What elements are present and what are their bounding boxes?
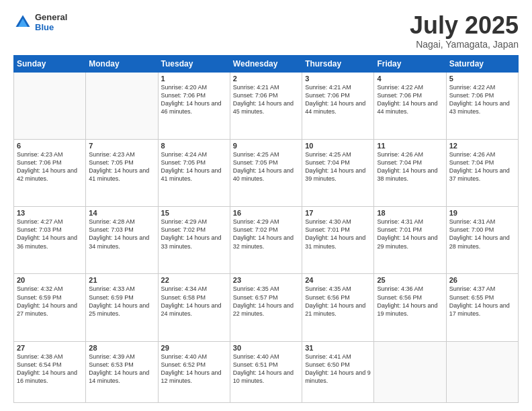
day-number: 25 — [377, 276, 443, 284]
table-row: 19Sunrise: 4:31 AM Sunset: 7:00 PM Dayli… — [446, 207, 518, 274]
table-row: 15Sunrise: 4:29 AM Sunset: 7:02 PM Dayli… — [158, 207, 230, 274]
table-row: 27Sunrise: 4:38 AM Sunset: 6:54 PM Dayli… — [14, 341, 86, 402]
logo-blue: Blue — [35, 22, 67, 32]
day-number: 30 — [233, 344, 299, 352]
day-content: Sunrise: 4:39 AM Sunset: 6:53 PM Dayligh… — [89, 353, 154, 385]
table-row: 22Sunrise: 4:34 AM Sunset: 6:58 PM Dayli… — [158, 274, 230, 341]
table-row: 13Sunrise: 4:27 AM Sunset: 7:03 PM Dayli… — [14, 207, 86, 274]
day-number: 5 — [449, 75, 515, 83]
day-number: 21 — [89, 276, 154, 284]
day-content: Sunrise: 4:37 AM Sunset: 6:55 PM Dayligh… — [449, 285, 515, 318]
day-content: Sunrise: 4:21 AM Sunset: 7:06 PM Dayligh… — [233, 83, 299, 116]
day-content: Sunrise: 4:32 AM Sunset: 6:59 PM Dayligh… — [17, 285, 83, 318]
logo-text: General Blue — [35, 12, 67, 32]
day-content: Sunrise: 4:30 AM Sunset: 7:01 PM Dayligh… — [305, 218, 371, 250]
table-row: 1Sunrise: 4:20 AM Sunset: 7:06 PM Daylig… — [158, 72, 230, 139]
table-row: 10Sunrise: 4:25 AM Sunset: 7:04 PM Dayli… — [302, 139, 374, 206]
table-row — [374, 341, 446, 402]
table-row: 17Sunrise: 4:30 AM Sunset: 7:01 PM Dayli… — [302, 207, 374, 274]
day-content: Sunrise: 4:40 AM Sunset: 6:52 PM Dayligh… — [161, 353, 227, 385]
table-row: 31Sunrise: 4:41 AM Sunset: 6:50 PM Dayli… — [302, 341, 374, 402]
table-row: 2Sunrise: 4:21 AM Sunset: 7:06 PM Daylig… — [230, 72, 302, 139]
table-row: 24Sunrise: 4:35 AM Sunset: 6:56 PM Dayli… — [302, 274, 374, 341]
location: Nagai, Yamagata, Japan — [410, 39, 519, 50]
day-content: Sunrise: 4:40 AM Sunset: 6:51 PM Dayligh… — [233, 353, 299, 385]
day-number: 9 — [233, 142, 299, 150]
day-content: Sunrise: 4:27 AM Sunset: 7:03 PM Dayligh… — [17, 218, 83, 250]
day-number: 10 — [305, 142, 371, 150]
day-content: Sunrise: 4:20 AM Sunset: 7:06 PM Dayligh… — [161, 83, 227, 116]
month-title: July 2025 — [410, 12, 519, 39]
day-content: Sunrise: 4:29 AM Sunset: 7:02 PM Dayligh… — [233, 218, 299, 250]
week-row-3: 13Sunrise: 4:27 AM Sunset: 7:03 PM Dayli… — [14, 207, 519, 274]
table-row: 7Sunrise: 4:23 AM Sunset: 7:05 PM Daylig… — [86, 139, 158, 206]
day-number: 3 — [305, 75, 371, 83]
table-row: 29Sunrise: 4:40 AM Sunset: 6:52 PM Dayli… — [158, 341, 230, 402]
table-row: 5Sunrise: 4:22 AM Sunset: 7:06 PM Daylig… — [446, 72, 518, 139]
table-row: 11Sunrise: 4:26 AM Sunset: 7:04 PM Dayli… — [374, 139, 446, 206]
table-row: 12Sunrise: 4:26 AM Sunset: 7:04 PM Dayli… — [446, 139, 518, 206]
col-wednesday: Wednesday — [230, 55, 302, 72]
table-row: 20Sunrise: 4:32 AM Sunset: 6:59 PM Dayli… — [14, 274, 86, 341]
col-friday: Friday — [374, 55, 446, 72]
day-number: 4 — [377, 75, 443, 83]
day-content: Sunrise: 4:25 AM Sunset: 7:05 PM Dayligh… — [233, 150, 299, 183]
week-row-5: 27Sunrise: 4:38 AM Sunset: 6:54 PM Dayli… — [14, 341, 519, 402]
day-content: Sunrise: 4:26 AM Sunset: 7:04 PM Dayligh… — [377, 150, 443, 183]
day-content: Sunrise: 4:34 AM Sunset: 6:58 PM Dayligh… — [161, 285, 227, 318]
day-content: Sunrise: 4:35 AM Sunset: 6:57 PM Dayligh… — [233, 285, 299, 318]
day-number: 26 — [449, 276, 515, 284]
day-content: Sunrise: 4:25 AM Sunset: 7:04 PM Dayligh… — [305, 150, 371, 183]
table-row: 3Sunrise: 4:21 AM Sunset: 7:06 PM Daylig… — [302, 72, 374, 139]
page: General Blue July 2025 Nagai, Yamagata, … — [0, 0, 532, 411]
header: General Blue July 2025 Nagai, Yamagata, … — [13, 12, 519, 50]
table-row — [86, 72, 158, 139]
day-content: Sunrise: 4:22 AM Sunset: 7:06 PM Dayligh… — [377, 83, 443, 116]
day-number: 6 — [17, 142, 83, 150]
calendar-header-row: Sunday Monday Tuesday Wednesday Thursday… — [14, 55, 519, 72]
day-number: 29 — [161, 344, 227, 352]
table-row: 16Sunrise: 4:29 AM Sunset: 7:02 PM Dayli… — [230, 207, 302, 274]
day-number: 1 — [161, 75, 227, 83]
day-content: Sunrise: 4:29 AM Sunset: 7:02 PM Dayligh… — [161, 218, 227, 250]
table-row: 23Sunrise: 4:35 AM Sunset: 6:57 PM Dayli… — [230, 274, 302, 341]
day-number: 11 — [377, 142, 443, 150]
col-sunday: Sunday — [14, 55, 86, 72]
logo-icon — [13, 13, 32, 32]
table-row: 26Sunrise: 4:37 AM Sunset: 6:55 PM Dayli… — [446, 274, 518, 341]
day-number: 13 — [17, 209, 83, 217]
day-number: 16 — [233, 209, 299, 217]
title-block: July 2025 Nagai, Yamagata, Japan — [410, 12, 519, 50]
table-row: 30Sunrise: 4:40 AM Sunset: 6:51 PM Dayli… — [230, 341, 302, 402]
day-number: 17 — [305, 209, 371, 217]
calendar-table: Sunday Monday Tuesday Wednesday Thursday… — [13, 55, 519, 403]
table-row: 18Sunrise: 4:31 AM Sunset: 7:01 PM Dayli… — [374, 207, 446, 274]
table-row: 4Sunrise: 4:22 AM Sunset: 7:06 PM Daylig… — [374, 72, 446, 139]
table-row: 28Sunrise: 4:39 AM Sunset: 6:53 PM Dayli… — [86, 341, 158, 402]
day-number: 24 — [305, 276, 371, 284]
week-row-2: 6Sunrise: 4:23 AM Sunset: 7:06 PM Daylig… — [14, 139, 519, 206]
day-content: Sunrise: 4:36 AM Sunset: 6:56 PM Dayligh… — [377, 285, 443, 318]
col-thursday: Thursday — [302, 55, 374, 72]
table-row: 25Sunrise: 4:36 AM Sunset: 6:56 PM Dayli… — [374, 274, 446, 341]
day-content: Sunrise: 4:23 AM Sunset: 7:06 PM Dayligh… — [17, 150, 83, 183]
day-content: Sunrise: 4:24 AM Sunset: 7:05 PM Dayligh… — [161, 150, 227, 183]
table-row: 8Sunrise: 4:24 AM Sunset: 7:05 PM Daylig… — [158, 139, 230, 206]
day-content: Sunrise: 4:35 AM Sunset: 6:56 PM Dayligh… — [305, 285, 371, 318]
day-number: 22 — [161, 276, 227, 284]
day-number: 27 — [17, 344, 83, 352]
day-content: Sunrise: 4:31 AM Sunset: 7:01 PM Dayligh… — [377, 218, 443, 250]
day-content: Sunrise: 4:33 AM Sunset: 6:59 PM Dayligh… — [89, 285, 154, 318]
day-content: Sunrise: 4:31 AM Sunset: 7:00 PM Dayligh… — [449, 218, 515, 250]
logo-general: General — [35, 12, 67, 22]
day-content: Sunrise: 4:41 AM Sunset: 6:50 PM Dayligh… — [305, 353, 371, 385]
day-content: Sunrise: 4:23 AM Sunset: 7:05 PM Dayligh… — [89, 150, 154, 183]
day-number: 2 — [233, 75, 299, 83]
day-number: 23 — [233, 276, 299, 284]
table-row: 21Sunrise: 4:33 AM Sunset: 6:59 PM Dayli… — [86, 274, 158, 341]
col-tuesday: Tuesday — [158, 55, 230, 72]
table-row: 14Sunrise: 4:28 AM Sunset: 7:03 PM Dayli… — [86, 207, 158, 274]
day-number: 12 — [449, 142, 515, 150]
day-number: 8 — [161, 142, 227, 150]
logo: General Blue — [13, 12, 67, 32]
